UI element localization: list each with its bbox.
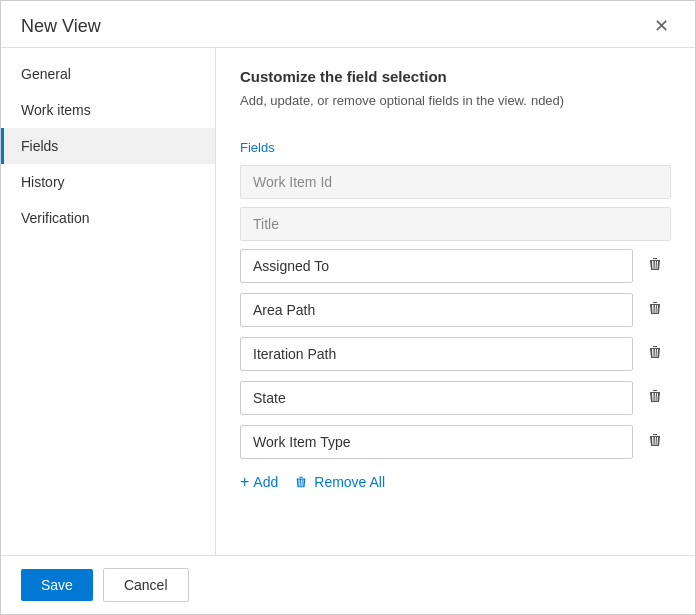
sidebar-item-fields[interactable]: Fields: [1, 128, 215, 164]
actions-row: + Add Remove All: [240, 469, 671, 495]
sidebar-item-verification-label: Verification: [21, 210, 89, 226]
section-description: Add, update, or remove optional fields i…: [240, 93, 527, 108]
dialog-footer: Save Cancel: [1, 555, 695, 614]
field-row-state: State: [240, 381, 671, 415]
add-label: Add: [253, 474, 278, 490]
delete-assigned-to-button[interactable]: [639, 252, 671, 280]
readonly-field-title: Title: [240, 207, 671, 241]
section-description-extra: nded): [531, 93, 564, 108]
dialog-header: New View ✕: [1, 1, 695, 48]
delete-work-item-type-button[interactable]: [639, 428, 671, 456]
section-title: Customize the field selection: [240, 68, 671, 85]
trash-icon: [647, 432, 663, 448]
field-row-work-item-type: Work Item Type: [240, 425, 671, 459]
add-field-button[interactable]: + Add: [240, 469, 278, 495]
trash-icon: [647, 256, 663, 272]
delete-iteration-path-button[interactable]: [639, 340, 671, 368]
close-button[interactable]: ✕: [648, 15, 675, 37]
sidebar-item-general[interactable]: General: [1, 56, 215, 92]
trash-icon: [647, 388, 663, 404]
sidebar-item-history[interactable]: History: [1, 164, 215, 200]
sidebar-item-work-items[interactable]: Work items: [1, 92, 215, 128]
sidebar-item-fields-label: Fields: [21, 138, 58, 154]
field-area-path[interactable]: Area Path: [240, 293, 633, 327]
delete-area-path-button[interactable]: [639, 296, 671, 324]
sidebar-item-work-items-label: Work items: [21, 102, 91, 118]
trash-icon: [647, 344, 663, 360]
fields-label: Fields: [240, 140, 671, 155]
field-row-assigned-to: Assigned To: [240, 249, 671, 283]
field-row-area-path: Area Path: [240, 293, 671, 327]
sidebar-item-verification[interactable]: Verification: [1, 200, 215, 236]
save-button[interactable]: Save: [21, 569, 93, 601]
field-row-iteration-path: Iteration Path: [240, 337, 671, 371]
sidebar-item-history-label: History: [21, 174, 65, 190]
sidebar-item-general-label: General: [21, 66, 71, 82]
cancel-button[interactable]: Cancel: [103, 568, 189, 602]
field-assigned-to[interactable]: Assigned To: [240, 249, 633, 283]
new-view-dialog: New View ✕ General Work items Fields His…: [0, 0, 696, 615]
remove-all-icon: [294, 475, 308, 489]
trash-icon: [647, 300, 663, 316]
remove-all-label: Remove All: [314, 474, 385, 490]
field-work-item-type[interactable]: Work Item Type: [240, 425, 633, 459]
main-content: Customize the field selection Add, updat…: [216, 48, 695, 555]
plus-icon: +: [240, 473, 249, 491]
remove-all-button[interactable]: Remove All: [294, 470, 385, 494]
delete-state-button[interactable]: [639, 384, 671, 412]
dialog-body: General Work items Fields History Verifi…: [1, 48, 695, 555]
field-iteration-path[interactable]: Iteration Path: [240, 337, 633, 371]
field-state[interactable]: State: [240, 381, 633, 415]
readonly-field-work-item-id: Work Item Id: [240, 165, 671, 199]
dialog-title: New View: [21, 16, 101, 37]
sidebar: General Work items Fields History Verifi…: [1, 48, 216, 555]
